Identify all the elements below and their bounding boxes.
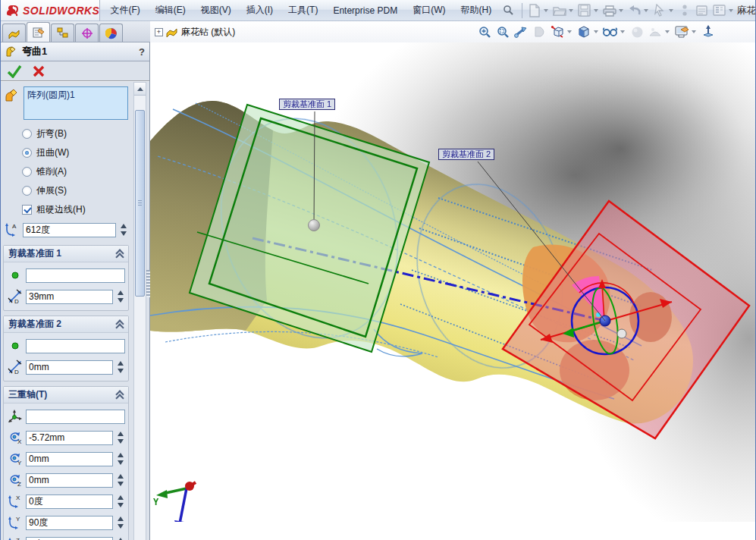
menu-file[interactable]: 文件(F) — [103, 1, 146, 20]
hide-show-items-icon[interactable] — [602, 24, 619, 40]
print-dropdown-icon[interactable] — [619, 9, 623, 12]
scrollbar-thumb[interactable] — [135, 110, 145, 297]
trim-plane2-header[interactable]: 剪裁基准面 2 — [4, 316, 128, 333]
scroll-up-button[interactable] — [134, 83, 146, 96]
menu-edit[interactable]: 编辑(E) — [149, 1, 193, 20]
triad-reference-input[interactable] — [26, 410, 125, 424]
select-dropdown-icon[interactable] — [669, 9, 673, 12]
twist-angle-input[interactable] — [23, 223, 116, 237]
radio-twisting[interactable]: 扭曲(W) — [2, 143, 130, 162]
triad-rx-row: X — [5, 491, 127, 512]
plane1-reference-input[interactable] — [26, 268, 125, 283]
hide-show-dropdown-icon[interactable] — [620, 30, 625, 33]
hard-edges-checkbox-row[interactable]: 粗硬边线(H) — [2, 200, 130, 219]
section-view-icon[interactable] — [531, 24, 547, 40]
triad-tx-input[interactable] — [26, 431, 113, 445]
display-style-dropdown-icon[interactable] — [594, 30, 598, 33]
radio-icon[interactable] — [22, 186, 32, 196]
bodies-selection-box[interactable]: 阵列(圆周)1 — [24, 86, 128, 120]
tab-configurations[interactable] — [51, 24, 74, 42]
print-icon[interactable] — [601, 2, 618, 19]
display-style-icon[interactable] — [576, 24, 592, 40]
collapse-icon[interactable] — [116, 250, 124, 258]
plane1-distance-input[interactable] — [26, 290, 113, 304]
view-orientation-icon[interactable] — [549, 24, 566, 40]
undo-dropdown-icon[interactable] — [644, 9, 648, 12]
cancel-button[interactable] — [33, 65, 45, 77]
plane1-callout[interactable]: 剪裁基准面 1 — [279, 99, 335, 110]
properties-icon[interactable] — [694, 2, 711, 19]
view-orientation-dropdown-icon[interactable] — [567, 30, 572, 33]
menu-tools[interactable]: 工具(T) — [281, 1, 325, 20]
plane2-reference-input[interactable] — [26, 339, 125, 353]
options-list-icon[interactable] — [711, 2, 728, 19]
normal-to-icon[interactable] — [700, 24, 717, 40]
plane2-distance-spinner[interactable] — [115, 359, 125, 375]
radio-stretching[interactable]: 伸展(S) — [2, 181, 130, 200]
new-document-icon[interactable] — [526, 2, 543, 19]
angle-spinner[interactable] — [118, 222, 128, 237]
feature-tree-root[interactable]: + 麻花钻 (默认) — [150, 26, 235, 39]
radio-bending[interactable]: 折弯(B) — [2, 124, 130, 143]
view-settings-dropdown-icon[interactable] — [692, 30, 696, 33]
radio-icon[interactable] — [22, 167, 32, 177]
open-dropdown-icon[interactable] — [569, 9, 573, 12]
triad-ry-spinner[interactable] — [115, 515, 125, 530]
search-icon[interactable] — [500, 2, 516, 19]
triad-tz-input[interactable] — [26, 473, 113, 488]
radio-icon[interactable] — [22, 129, 32, 139]
tab-dimxpert[interactable] — [75, 24, 99, 42]
menu-insert[interactable]: 插入(I) — [240, 1, 280, 20]
triad-rz-spinner[interactable] — [115, 536, 125, 540]
trim-plane1-header[interactable]: 剪裁基准面 1 — [4, 246, 128, 262]
plane1-drag-handle[interactable] — [309, 220, 320, 231]
view-settings-icon[interactable] — [673, 24, 690, 40]
tab-property-manager[interactable] — [27, 22, 50, 42]
radio-icon-selected[interactable] — [22, 148, 32, 158]
undo-icon[interactable] — [626, 2, 643, 19]
tab-appearances[interactable] — [99, 24, 123, 42]
collapse-icon[interactable] — [116, 391, 124, 399]
edit-appearance-icon[interactable] — [629, 24, 645, 40]
triad-rx-spinner[interactable] — [115, 494, 125, 509]
triad-rz-input[interactable] — [26, 537, 113, 540]
save-dropdown-icon[interactable] — [594, 9, 598, 12]
help-button[interactable]: ? — [139, 46, 145, 58]
triad-tx-spinner[interactable] — [115, 430, 125, 445]
options-dropdown-icon[interactable] — [729, 9, 733, 12]
triad-tz-spinner[interactable] — [115, 472, 125, 488]
rotate-view-icon[interactable] — [513, 24, 529, 40]
toggle-icon[interactable] — [676, 2, 693, 19]
menu-help[interactable]: 帮助(H) — [453, 1, 498, 20]
ok-button[interactable] — [7, 64, 22, 78]
new-dropdown-icon[interactable] — [544, 9, 548, 12]
menu-window[interactable]: 窗口(W) — [406, 1, 452, 20]
select-cursor-icon[interactable] — [651, 2, 668, 19]
triad-ry-input[interactable] — [26, 516, 113, 530]
triad-rx-input[interactable] — [26, 494, 113, 509]
panel-scrollbar[interactable] — [133, 82, 146, 540]
checkbox-icon[interactable] — [22, 205, 32, 215]
apply-scene-dropdown-icon[interactable] — [665, 30, 670, 33]
solidworks-logo: SOLIDWORKS — [1, 0, 100, 20]
plane2-callout[interactable]: 剪裁基准面 2 — [438, 149, 494, 160]
triad-side-handle[interactable] — [617, 329, 626, 338]
radio-tapering[interactable]: 锥削(A) — [2, 162, 130, 181]
triad-ty-input[interactable] — [26, 452, 113, 466]
collapse-icon[interactable] — [116, 321, 124, 328]
save-icon[interactable] — [576, 2, 593, 19]
apply-scene-icon[interactable] — [647, 24, 663, 40]
graphics-viewport[interactable]: Y Z 剪裁基准面 1 剪裁基准面 2 — [150, 42, 755, 540]
plane2-distance-input[interactable] — [26, 360, 113, 375]
tree-expander-icon[interactable]: + — [155, 28, 163, 36]
plane1-distance-spinner[interactable] — [115, 289, 125, 304]
menu-enterprise-pdm[interactable]: Enterprise PDM — [326, 2, 404, 19]
triad-ty-spinner[interactable] — [115, 451, 125, 466]
zoom-fit-icon[interactable] — [476, 24, 493, 40]
tab-feature-tree[interactable] — [2, 24, 26, 42]
triad-header[interactable]: 三重轴(T) — [4, 387, 128, 403]
svg-text:X: X — [17, 438, 22, 444]
menu-view[interactable]: 视图(V) — [194, 1, 238, 20]
open-icon[interactable] — [551, 2, 568, 19]
zoom-area-icon[interactable] — [494, 24, 511, 40]
